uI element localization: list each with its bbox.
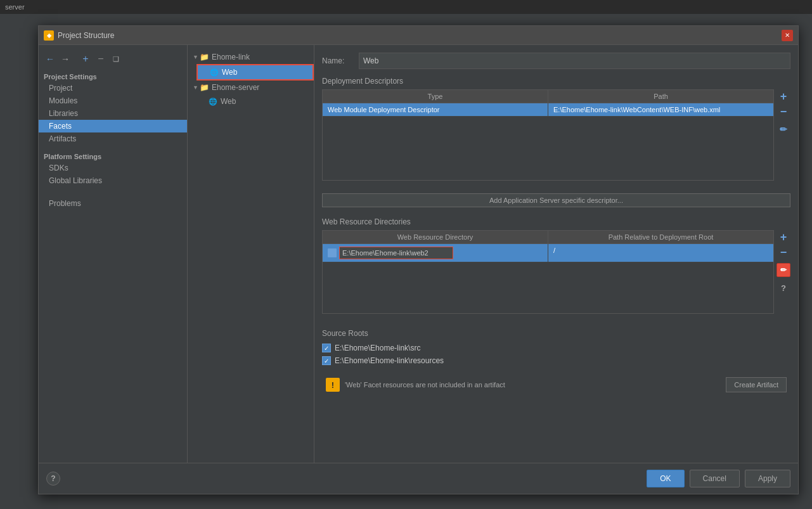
sidebar-item-sdks[interactable]: SDKs (39, 162, 187, 174)
deployment-table-header: Type Path (323, 90, 773, 103)
deployment-descriptors-header: Deployment Descriptors (322, 77, 790, 86)
wr-help-button[interactable]: ? (777, 281, 790, 295)
deployment-table: Type Path Web Module Deployment Descript… (322, 89, 774, 181)
web-resource-table-area: Web Resource Directory Path Relative to … (322, 230, 790, 319)
remove-item-button[interactable]: − (94, 53, 107, 65)
wr-dir-input[interactable] (339, 247, 453, 259)
forward-button[interactable]: → (59, 53, 72, 65)
wr-dir-cell (323, 244, 548, 262)
tree-item-web2[interactable]: 🌐 Web (197, 94, 314, 108)
web-resource-table-header: Web Resource Directory Path Relative to … (323, 231, 773, 244)
name-input[interactable] (359, 53, 790, 69)
web-resource-table-wrapper: Web Resource Directory Path Relative to … (322, 230, 774, 319)
web-resource-table-row[interactable]: / (323, 244, 773, 262)
apply-button[interactable]: Apply (745, 470, 790, 487)
sidebar-toolbar: ← → + − ❑ (39, 50, 187, 70)
col-path: Path (548, 90, 773, 103)
top-bar-text: server (5, 3, 25, 11)
platform-settings-label: Platform Settings (39, 150, 187, 162)
wr-add-button[interactable]: + (777, 230, 790, 244)
create-artifact-button[interactable]: Create Artifact (726, 377, 787, 392)
project-settings-label: Project Settings (39, 70, 187, 82)
web-resource-header: Web Resource Directories (322, 217, 790, 226)
source-root-1-label: E:\Ehome\Ehome-link\src (335, 344, 420, 352)
deployment-add-button[interactable]: + (777, 89, 790, 103)
tree-item-web1[interactable]: 🌐 Web (197, 64, 314, 81)
sidebar: ← → + − ❑ Project Settings Project Modul… (39, 45, 188, 463)
sidebar-item-facets[interactable]: Facets (39, 120, 187, 132)
sidebar-item-artifacts[interactable]: Artifacts (39, 132, 187, 145)
main-content: Name: Deployment Descriptors Type Path (314, 45, 798, 463)
wr-remove-button[interactable]: − (777, 245, 790, 259)
copy-item-button[interactable]: ❑ (110, 53, 122, 65)
tree-item-ehome-server[interactable]: ▼ 📁 Ehome-server (188, 81, 314, 94)
deployment-table-wrapper: Type Path Web Module Deployment Descript… (322, 89, 774, 186)
dialog-footer: ? OK Cancel Apply (39, 463, 798, 494)
top-bar: server (0, 0, 812, 14)
warning-row: ! 'Web' Facet resources are not included… (322, 373, 790, 396)
dialog-titlebar: ◈ Project Structure ✕ (39, 26, 798, 45)
sidebar-item-problems[interactable]: Problems (39, 197, 187, 210)
tree-item-ehome-link[interactable]: ▼ 📁 Ehome-link (188, 50, 314, 64)
name-field-row: Name: (322, 53, 790, 69)
footer-right: OK Cancel Apply (647, 470, 790, 487)
deployment-type-cell: Web Module Deployment Descriptor (323, 103, 548, 116)
col-type: Type (323, 90, 548, 103)
sidebar-item-global-libraries[interactable]: Global Libraries (39, 174, 187, 187)
footer-left: ? (46, 472, 60, 486)
deployment-path-cell: E:\Ehome\Ehome-link\WebContent\WEB-INF\w… (548, 103, 773, 116)
name-label: Name: (322, 56, 354, 65)
web-resource-side-buttons: + − ✏ ? (774, 230, 790, 319)
deployment-table-row[interactable]: Web Module Deployment Descriptor E:\Ehom… (323, 103, 773, 117)
deployment-side-buttons: + − ✏ (774, 89, 790, 186)
deployment-edit-button[interactable]: ✏ (777, 122, 790, 136)
source-roots-section: Source Roots E:\Ehome\Ehome-link\src E:\… (322, 329, 790, 367)
deployment-remove-button[interactable]: − (777, 105, 790, 119)
source-root-1: E:\Ehome\Ehome-link\src (322, 342, 790, 354)
add-descriptor-button[interactable]: Add Application Server specific descript… (322, 193, 790, 207)
sidebar-item-modules[interactable]: Modules (39, 94, 187, 107)
source-root-2-label: E:\Ehome\Ehome-link\resources (335, 356, 444, 365)
deployment-table-area: Type Path Web Module Deployment Descript… (322, 89, 790, 186)
wr-path-cell: / (548, 244, 773, 262)
warning-icon: ! (326, 378, 340, 392)
add-item-button[interactable]: + (79, 53, 92, 65)
dialog-title-icon: ◈ (44, 30, 54, 41)
warning-text: 'Web' Facet resources are not included i… (345, 381, 726, 389)
dialog-title: Project Structure (58, 31, 782, 40)
help-button[interactable]: ? (46, 472, 60, 486)
dialog-body: ← → + − ❑ Project Settings Project Modul… (39, 45, 798, 463)
ok-button[interactable]: OK (647, 470, 684, 487)
web-resource-table: Web Resource Directory Path Relative to … (322, 230, 774, 314)
back-button[interactable]: ← (44, 53, 56, 65)
sidebar-item-libraries[interactable]: Libraries (39, 107, 187, 120)
wr-col-path: Path Relative to Deployment Root (548, 231, 773, 243)
source-root-2-checkbox[interactable] (322, 356, 331, 365)
wr-col-dir: Web Resource Directory (323, 231, 548, 243)
source-roots-header: Source Roots (322, 329, 790, 338)
wr-icon (328, 248, 337, 257)
project-structure-dialog: ◈ Project Structure ✕ ← → + − ❑ Project … (38, 25, 799, 494)
source-root-2: E:\Ehome\Ehome-link\resources (322, 354, 790, 367)
cancel-button[interactable]: Cancel (690, 470, 740, 487)
source-root-1-checkbox[interactable] (322, 344, 331, 352)
dialog-close-button[interactable]: ✕ (782, 30, 793, 41)
wr-edit-button[interactable]: ✏ (777, 263, 790, 277)
sidebar-item-project[interactable]: Project (39, 82, 187, 94)
